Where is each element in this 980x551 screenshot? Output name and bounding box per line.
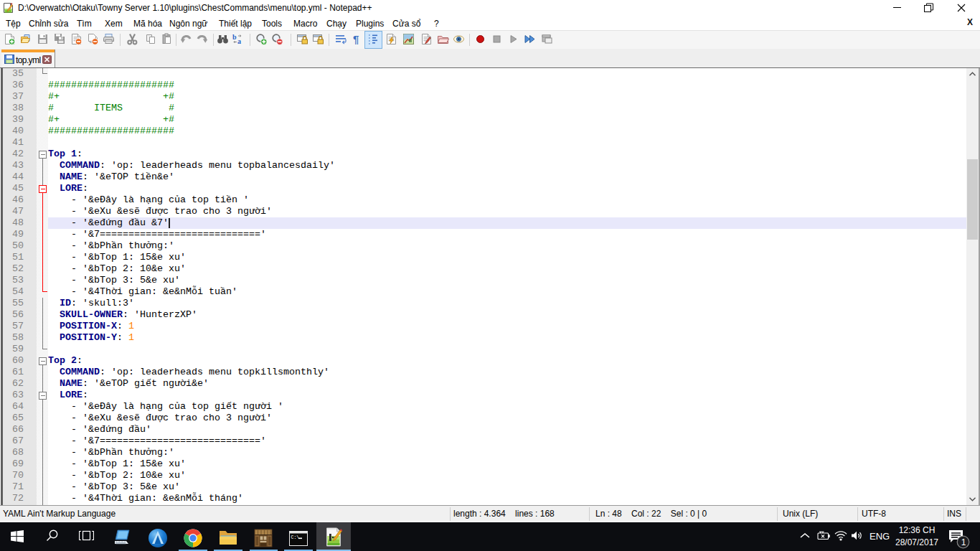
svg-text:a: a bbox=[237, 37, 241, 45]
svg-text:b: b bbox=[232, 33, 237, 41]
svg-text:1: 1 bbox=[961, 537, 966, 547]
svg-text:¶: ¶ bbox=[353, 33, 359, 45]
svg-text:C:\: C:\ bbox=[291, 535, 300, 540]
